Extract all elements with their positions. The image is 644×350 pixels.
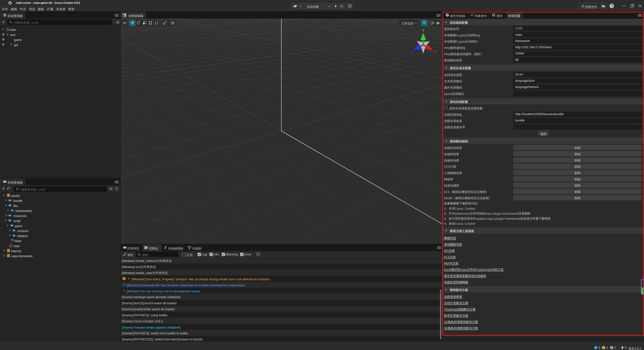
svg-text:Z: Z [410,50,413,54]
svg-text:X: X [434,50,436,54]
svg-text:Y: Y [422,28,425,32]
svg-text:?: ? [611,4,613,8]
